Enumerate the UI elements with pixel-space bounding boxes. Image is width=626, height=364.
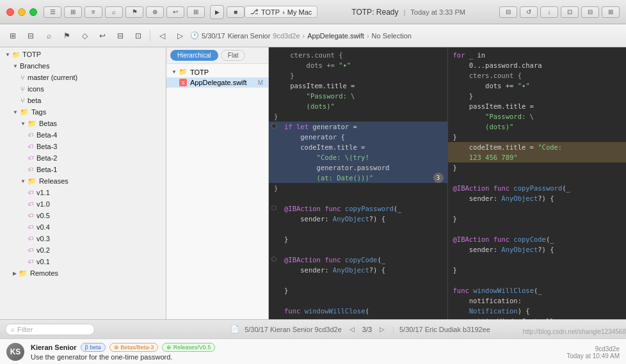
- commit-badge-betas[interactable]: ⊕ Betas/Beta-3: [109, 343, 159, 352]
- sidebar-v03[interactable]: 🏷 v0.3: [0, 233, 166, 244]
- toolbar-back-btn[interactable]: ↩: [95, 28, 110, 44]
- sidebar-v10[interactable]: 🏷 v1.0: [0, 198, 166, 210]
- beta1-tag-icon: 🏷: [28, 166, 34, 173]
- code-line: sender: AnyObject?) {: [448, 193, 627, 203]
- code-content-left[interactable]: cters.count { dots += "•" } passItem.tit…: [269, 47, 447, 319]
- betas-folder-icon: 📁: [28, 120, 36, 128]
- toolbar-diamond-btn[interactable]: ◇: [77, 28, 92, 44]
- sidebar-beta2[interactable]: 🏷 Beta-2: [0, 152, 166, 164]
- sidebar-beta1[interactable]: 🏷 Beta-1: [0, 164, 166, 175]
- code-content-right[interactable]: for _ in 0...password.chara cters.count …: [448, 47, 627, 319]
- v11-tag-icon: 🏷: [28, 189, 34, 196]
- sidebar-branch-beta[interactable]: ⑂ beta: [0, 95, 166, 106]
- code-line: [269, 296, 447, 306]
- v10-tag-icon: 🏷: [28, 201, 34, 207]
- nav-prev-btn[interactable]: ◁: [154, 28, 170, 44]
- close-button[interactable]: [6, 8, 14, 16]
- sidebar-branches[interactable]: ▼ Branches: [0, 60, 166, 72]
- view-btn-4[interactable]: ⊡: [561, 6, 579, 18]
- view-btn-1[interactable]: ⊟: [499, 6, 517, 18]
- sidebar-v05[interactable]: 🏷 v0.5: [0, 210, 166, 221]
- breadcrumb: 🕐 5/30/17 Kieran Senior 9cd3d2e › AppDel…: [190, 31, 621, 40]
- sidebar-v11[interactable]: 🏷 v1.1: [0, 187, 166, 198]
- maximize-button[interactable]: [29, 8, 37, 16]
- view-btn-3[interactable]: ↓: [540, 6, 558, 18]
- sidebar-v04[interactable]: 🏷 v0.4: [0, 221, 166, 233]
- code-panel-left[interactable]: cters.count { dots += "•" } passItem.tit…: [269, 47, 448, 319]
- sidebar-remotes-label: Remotes: [30, 269, 58, 277]
- view-btn-2[interactable]: ↺: [520, 6, 538, 18]
- commit-badge-releases[interactable]: ⊕ Releases/V0.5: [162, 343, 215, 352]
- code-line-added: 123 456 789": [448, 152, 627, 162]
- play-btn[interactable]: ▶: [210, 5, 224, 19]
- sidebar-remotes[interactable]: ▶ 📁 Remotes: [0, 267, 166, 279]
- nav-next-btn[interactable]: ▷: [172, 28, 188, 44]
- toolbar-flag-btn[interactable]: ⚑: [59, 28, 74, 44]
- commit-hash: 9cd3d2e: [595, 345, 620, 352]
- toolbar-search-btn[interactable]: ⌕: [41, 28, 56, 44]
- sidebar-beta2-label: Beta-2: [36, 154, 57, 162]
- nav-next[interactable]: ▷: [377, 324, 387, 335]
- breadcrumb-commit-date: 5/30/17: [202, 32, 225, 40]
- repo-triangle-icon: ▼: [5, 52, 10, 58]
- window-controls: ☰ ⊞ ≡ ⌕ ⚑ ⊕ ↩ ⊞: [44, 6, 205, 18]
- branch-selector[interactable]: ⎇ TOTP › My Mac: [245, 6, 317, 18]
- code-line: [448, 224, 627, 234]
- commit-author-line: Kieran Senior β beta ⊕ Betas/Beta-3 ⊕ Re…: [31, 343, 560, 352]
- code-line: notification:: [448, 296, 627, 306]
- toolbar-forward-btn[interactable]: ⊟: [113, 28, 128, 44]
- code-line: Notification) {: [448, 306, 627, 316]
- titlebar: ☰ ⊞ ≡ ⌕ ⚑ ⊕ ↩ ⊞ ▶ ■ ⎇ TOTP › My Mac TOTP…: [0, 0, 626, 24]
- sidebar-betas[interactable]: ▼ 📁 Betas: [0, 118, 166, 129]
- toolbar-split-btn[interactable]: ⊡: [131, 28, 146, 44]
- sidebar-betas-label: Betas: [39, 120, 57, 127]
- code-panel-right[interactable]: for _ in 0...password.chara cters.count …: [448, 47, 627, 319]
- tab-hierarchical[interactable]: Hierarchical: [170, 50, 218, 61]
- sidebar-icons-label: icons: [28, 85, 44, 93]
- tab-flat[interactable]: Flat: [221, 50, 246, 61]
- breadcrumb-arrow-1: ›: [303, 32, 305, 40]
- sidebar-branch-icons[interactable]: ⑂ icons: [0, 83, 166, 95]
- search-btn[interactable]: ⌕: [105, 6, 123, 18]
- sidebar-v01[interactable]: 🏷 v0.1: [0, 256, 166, 267]
- code-line-changed: generator {: [269, 132, 447, 142]
- sidebar-releases[interactable]: ▼ 📁 Releases: [0, 175, 166, 187]
- statusbar-file-icon: 📄: [230, 325, 239, 333]
- nav-prev[interactable]: ◁: [347, 324, 357, 335]
- view-btn-5[interactable]: ⊟: [581, 6, 599, 18]
- link-btn[interactable]: ⊕: [146, 6, 164, 18]
- flag-btn[interactable]: ⚑: [125, 6, 143, 18]
- view-btn-6[interactable]: ⊞: [602, 6, 620, 18]
- stop-btn[interactable]: ■: [227, 6, 245, 18]
- sidebar-toggle-btn[interactable]: ☰: [44, 6, 61, 18]
- sidebar-v01-label: v0.1: [36, 258, 50, 265]
- releases-triangle-icon: ▼: [20, 178, 26, 184]
- code-line: @IBAction func copyCode(_: [269, 255, 447, 265]
- file-tree-appdelegate[interactable]: S AppDelegate.swift M: [166, 77, 268, 88]
- toolbar-grid-btn[interactable]: ⊞: [5, 28, 20, 44]
- commit-badge-branch[interactable]: β beta: [81, 343, 106, 352]
- forward-btn[interactable]: ⊞: [187, 6, 205, 18]
- grid-btn[interactable]: ⊞: [64, 6, 82, 18]
- code-line: @IBAction func copyCode(_: [448, 234, 627, 244]
- titlebar-center: TOTP: Ready | Today at 3:33 PM: [317, 8, 499, 17]
- back-btn[interactable]: ↩: [166, 6, 184, 18]
- list-btn[interactable]: ≡: [84, 6, 102, 18]
- sidebar-v02[interactable]: 🏷 v0.2: [0, 244, 166, 256]
- code-line: [269, 244, 447, 255]
- commit-message: Use the generator for the one-time passw…: [31, 353, 560, 361]
- sidebar-branch-master[interactable]: ⑂ master (current): [0, 72, 166, 83]
- statusbar-filter-left[interactable]: ⌕ Filter: [5, 324, 95, 335]
- sidebar-beta4[interactable]: 🏷 Beta-4: [0, 129, 166, 141]
- file-tree-repo[interactable]: ▼ 📁 TOTP: [166, 67, 268, 77]
- filter-placeholder-left: Filter: [17, 326, 33, 333]
- sidebar-beta-label: beta: [28, 97, 41, 104]
- minimize-button[interactable]: [18, 8, 26, 16]
- sidebar-tags[interactable]: ▼ 📁 Tags: [0, 106, 166, 118]
- file-tree: ▼ 📁 TOTP S AppDelegate.swift M: [166, 64, 268, 319]
- sidebar-repo-item[interactable]: ▼ 📁 TOTP: [0, 49, 166, 60]
- toolbar-copy-btn[interactable]: ⊟: [23, 28, 38, 44]
- commit-time: Today at 10:49 AM: [566, 352, 620, 360]
- breadcrumb-hash: 9cd3d2e: [273, 32, 300, 40]
- sidebar-beta3[interactable]: 🏷 Beta-3: [0, 141, 166, 152]
